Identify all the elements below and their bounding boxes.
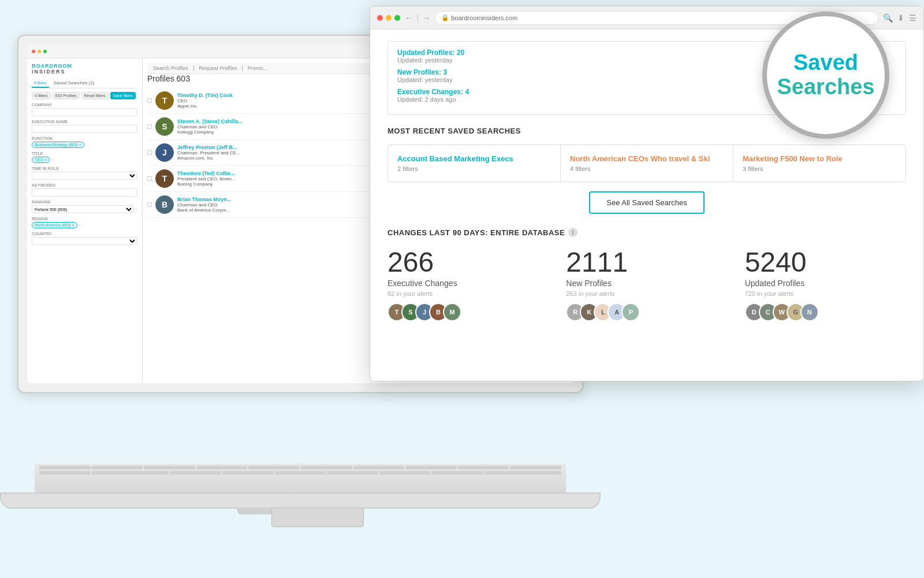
filter-title-label: TITLE	[32, 151, 137, 155]
avatar-exec-5[interactable]: M	[443, 303, 461, 321]
filter-country-label: COUNTRY	[32, 232, 137, 236]
url-text: boardroominsiders.com	[451, 14, 517, 21]
profile-checkbox-3[interactable]	[147, 150, 152, 155]
profile-checkbox-1[interactable]	[147, 98, 152, 103]
saved-search-card-3[interactable]: Marketing F500 New to Role 3 filters	[733, 145, 906, 181]
filter-keywords-input[interactable]	[32, 188, 137, 197]
stat-updated-sub: 720 in your alerts	[745, 290, 906, 297]
search-icon[interactable]: 🔍	[883, 13, 893, 23]
updated-count: 20	[457, 49, 464, 57]
profile-avatar-1: T	[155, 91, 174, 110]
dot-green[interactable]	[43, 50, 47, 53]
filter-exec-label: EXECUTIVE NAME	[32, 120, 137, 124]
badge-saved-text: Saved	[793, 51, 858, 75]
filter-time-select[interactable]	[32, 172, 137, 180]
filter-function: FUNCTION Business/Strategy (603) ×	[32, 136, 137, 148]
filter-region-tag[interactable]: North America (603) ×	[32, 222, 77, 228]
filter-company-input[interactable]	[32, 108, 137, 116]
new-profiles-link[interactable]: New Profiles: 3	[397, 68, 447, 76]
browser-dot-green[interactable]	[394, 15, 400, 21]
stat-new-sub: 263 in your alerts	[566, 290, 727, 297]
browser-dots	[377, 15, 400, 21]
saved-search-card-2[interactable]: North American CEOs Who travel & Ski 4 f…	[561, 145, 733, 181]
laptop-base	[0, 492, 601, 509]
filter-keywords-label: KEYWORDS	[32, 183, 137, 187]
filter-ranking-label: RANKING	[32, 200, 137, 204]
profiles-count-btn[interactable]: 603 Profiles	[53, 92, 80, 99]
trackpad	[271, 507, 364, 527]
filter-exec-name: EXECUTIVE NAME	[32, 120, 137, 133]
download-icon[interactable]: ⬇	[897, 13, 904, 23]
search-profiles-link[interactable]: Search Profiles	[153, 65, 188, 71]
stat-updated-number: 5240	[745, 249, 906, 276]
saved-search-filters-2: 4 filters	[570, 165, 724, 172]
filter-company: COMPANY	[32, 103, 137, 116]
saved-search-name-1: Account Based Marketing Execs	[397, 154, 551, 163]
nav-sep: |	[416, 13, 419, 23]
stat-exec-changes: 266 Executive Changes 82 in your alerts …	[388, 249, 549, 321]
avatar-face-4: T	[155, 169, 174, 188]
laptop-keyboard	[35, 464, 566, 492]
saved-searches-badge: Saved Searches	[762, 12, 889, 139]
changes-header: CHANGES LAST 90 DAYS: ENTIRE DATABASE i	[388, 228, 906, 237]
request-profiles-link[interactable]: Request Profiles	[199, 65, 237, 71]
promo-link[interactable]: Promo...	[248, 65, 267, 71]
profile-avatar-3: J	[155, 143, 174, 162]
avatar-row-new: R K L A P	[566, 303, 727, 321]
profile-avatar-5: B	[155, 195, 174, 214]
stat-exec-number: 266	[388, 249, 549, 276]
saved-search-card-1[interactable]: Account Based Marketing Execs 2 filters	[388, 145, 561, 181]
exec-changes-link[interactable]: Executive Changes: 4	[397, 88, 469, 96]
save-filters-btn[interactable]: Save filters	[110, 92, 136, 99]
filter-time-label: TIME IN ROLE	[32, 166, 137, 171]
lock-icon: 🔒	[441, 14, 449, 21]
avatar-face-1: T	[155, 91, 174, 110]
filter-ranking-select[interactable]: Fortune 500 (603)	[32, 205, 134, 213]
avatar-new-5[interactable]: P	[621, 303, 640, 321]
filter-company-label: COMPANY	[32, 103, 137, 107]
browser-back[interactable]: ←	[405, 13, 413, 23]
avatar-upd-5[interactable]: N	[800, 303, 819, 321]
saved-search-name-3: Marketing F500 New to Role	[743, 154, 896, 163]
filter-ranking: RANKING Fortune 500 (603) ×	[32, 200, 137, 213]
filter-title: TITLE CEO × ×	[32, 151, 137, 163]
reset-filters-btn[interactable]: Reset filters	[81, 92, 109, 99]
browser-forward[interactable]: →	[422, 13, 430, 23]
filter-region: REGION North America (603) × ×	[32, 217, 137, 228]
filter-exec-input[interactable]	[32, 125, 137, 133]
stat-updated-profiles: 5240 Updated Profiles 720 in your alerts…	[745, 249, 906, 321]
profile-checkbox-4[interactable]	[147, 176, 152, 181]
updated-profiles-link[interactable]: Updated Profiles: 20	[397, 49, 464, 57]
dot-yellow[interactable]	[38, 50, 41, 53]
profiles-count: 603	[177, 74, 190, 83]
tab-filters[interactable]: Filters	[32, 79, 49, 88]
see-all-saved-searches-button[interactable]: See All Saved Searches	[589, 191, 704, 214]
profile-avatar-4: T	[155, 169, 174, 188]
filter-country-select[interactable]	[32, 237, 137, 245]
saved-search-filters-1: 2 filters	[397, 165, 551, 172]
browser-nav: ← | →	[405, 13, 430, 23]
menu-icon[interactable]: ☰	[909, 13, 916, 23]
filter-count-btn[interactable]: 4 filters	[32, 92, 51, 99]
stat-new-label: New Profiles	[566, 279, 727, 288]
stat-new-number: 2111	[566, 249, 727, 276]
profile-avatar-2: S	[155, 117, 174, 136]
saved-searches-grid: Account Based Marketing Execs 2 filters …	[388, 144, 906, 182]
avatar-face-5: B	[155, 195, 174, 214]
profile-checkbox-5[interactable]	[147, 202, 152, 207]
filter-function-tag[interactable]: Business/Strategy (603) ×	[32, 142, 84, 148]
browser-dot-red[interactable]	[377, 15, 383, 21]
inner-logo: BOARDROOM INSIDERS	[32, 63, 137, 75]
exec-count: 4	[465, 88, 469, 96]
logo-boardroom: BOARDROOM	[32, 63, 137, 69]
browser-dot-yellow[interactable]	[386, 15, 392, 21]
changes-title: CHANGES LAST 90 DAYS: ENTIRE DATABASE	[388, 228, 565, 237]
filter-actions: 4 filters 603 Profiles Reset filters Sav…	[32, 92, 137, 99]
profile-checkbox-2[interactable]	[147, 124, 152, 129]
tab-saved-searches[interactable]: Saved Searches (2)	[51, 79, 97, 88]
new-label-text: New Profiles:	[397, 68, 441, 76]
filter-title-tag[interactable]: CEO ×	[32, 157, 50, 163]
badge-searches-text: Searches	[777, 75, 874, 99]
dot-red[interactable]	[32, 50, 35, 53]
filter-time-role: TIME IN ROLE	[32, 166, 137, 180]
